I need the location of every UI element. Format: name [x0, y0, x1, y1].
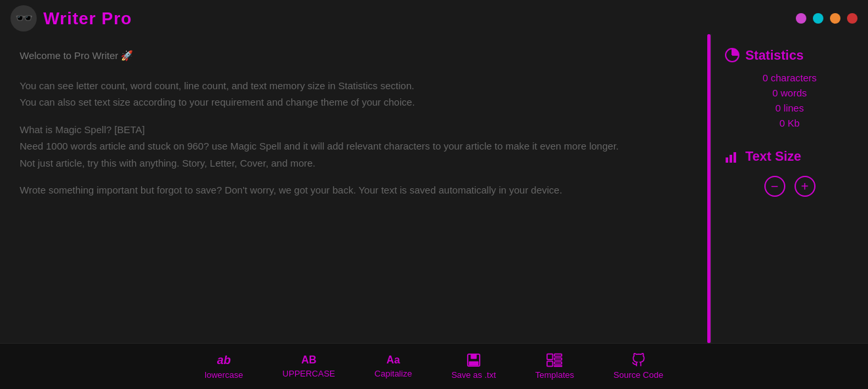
statistics-icon	[724, 47, 740, 63]
svg-rect-3	[726, 157, 728, 163]
save-icon	[466, 353, 481, 367]
capitalize-icon: Aa	[386, 354, 400, 366]
save-txt-tool[interactable]: Save as .txt	[451, 353, 496, 380]
window-control-3[interactable]	[830, 13, 840, 24]
uppercase-label: UPPERCASE	[283, 369, 335, 379]
window-control-2[interactable]	[813, 13, 823, 24]
templates-tool[interactable]: Templates	[535, 353, 574, 380]
increase-text-size-button[interactable]: +	[795, 176, 816, 197]
svg-rect-10	[554, 354, 562, 356]
svg-rect-8	[468, 361, 478, 365]
save-txt-label: Save as .txt	[451, 370, 496, 380]
avatar: 🕶️	[10, 5, 37, 31]
svg-rect-12	[547, 361, 553, 367]
words-stat: 0 words	[772, 87, 807, 98]
statistics-section: Statistics 0 characters 0 words 0 lines …	[724, 47, 855, 129]
app-title: Writer Pro	[43, 9, 132, 29]
decrease-text-size-button[interactable]: −	[764, 176, 785, 197]
uppercase-icon: AB	[301, 354, 316, 366]
window-control-1[interactable]	[796, 13, 806, 24]
statistics-label: Statistics	[745, 48, 804, 63]
uppercase-tool[interactable]: AB UPPERCASE	[283, 354, 335, 379]
capitalize-tool[interactable]: Aa Capitalize	[375, 354, 412, 379]
textsize-icon	[724, 148, 740, 164]
source-code-tool[interactable]: Source Code	[613, 353, 663, 380]
svg-rect-9	[547, 354, 553, 360]
characters-stat: 0 characters	[762, 72, 817, 83]
window-controls	[796, 13, 858, 24]
svg-rect-13	[554, 362, 562, 364]
source-code-label: Source Code	[613, 370, 663, 380]
description-1: You can see letter count, word count, li…	[20, 77, 691, 111]
svg-rect-5	[734, 152, 736, 163]
size-stat: 0 Kb	[779, 117, 800, 129]
editor-area[interactable]: Welcome to Pro Writer 🚀 You can see lett…	[0, 34, 711, 343]
svg-rect-7	[470, 354, 476, 359]
sidebar: Statistics 0 characters 0 words 0 lines …	[711, 34, 868, 343]
capitalize-label: Capitalize	[375, 369, 412, 379]
templates-icon	[547, 353, 562, 367]
lines-stat: 0 lines	[775, 102, 804, 113]
main-area: Welcome to Pro Writer 🚀 You can see lett…	[0, 34, 868, 343]
textsize-section: Text Size − +	[724, 148, 855, 197]
textsize-title: Text Size	[724, 148, 801, 164]
window-control-4[interactable]	[847, 13, 858, 24]
welcome-text: Welcome to Pro Writer 🚀	[20, 47, 691, 64]
description-2: What is Magic Spell? [BETA]Need 1000 wor…	[20, 121, 691, 172]
textsize-label: Text Size	[745, 149, 801, 164]
lowercase-icon: ab	[217, 354, 231, 367]
header-left: 🕶️ Writer Pro	[10, 5, 132, 31]
templates-label: Templates	[535, 370, 574, 380]
svg-rect-4	[730, 155, 732, 163]
statistics-title: Statistics	[724, 47, 804, 63]
description-3: Wrote something important but forgot to …	[20, 182, 691, 199]
svg-rect-11	[554, 358, 562, 360]
lowercase-tool[interactable]: ab lowercase	[205, 354, 243, 380]
textsize-controls: − +	[764, 176, 816, 197]
svg-rect-14	[554, 366, 562, 367]
editor-content: Welcome to Pro Writer 🚀 You can see lett…	[20, 47, 691, 199]
header: 🕶️ Writer Pro	[0, 0, 868, 34]
source-code-icon	[631, 353, 646, 367]
lowercase-label: lowercase	[205, 370, 243, 380]
bottom-toolbar: ab lowercase AB UPPERCASE Aa Capitalize …	[0, 343, 868, 389]
